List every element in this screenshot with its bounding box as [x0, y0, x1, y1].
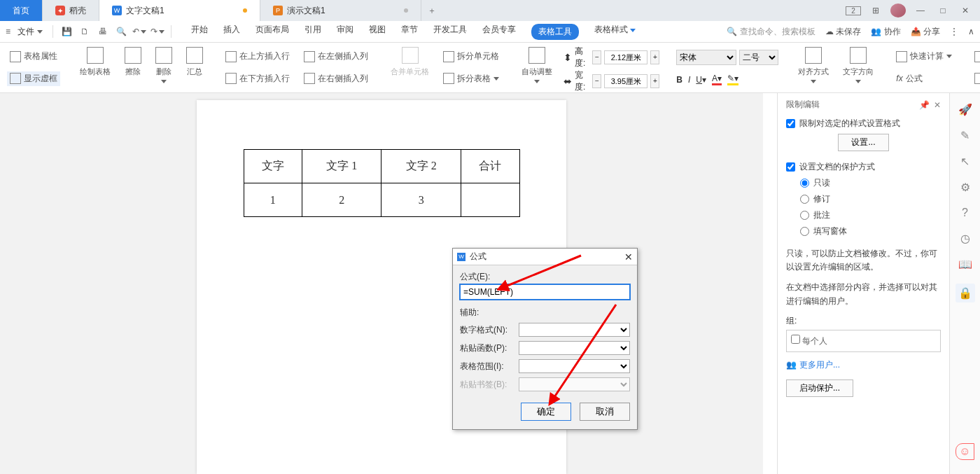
insert-col-right-button[interactable]: 在右侧插入列: [301, 71, 371, 86]
table-cell[interactable]: [461, 183, 519, 217]
title-row-button[interactable]: 标题行重: [972, 49, 980, 64]
show-frame-button[interactable]: 显示虚框: [7, 71, 60, 86]
quick-calc-button[interactable]: 快速计算: [893, 49, 955, 64]
menu-member[interactable]: 会员专享: [482, 24, 516, 40]
preview-icon[interactable]: 🔍: [113, 24, 129, 39]
font-color-button[interactable]: A▾: [712, 74, 722, 85]
unsaved-status[interactable]: ☁ 未保存: [825, 26, 861, 38]
convert-button[interactable]: 转换成: [972, 71, 980, 86]
protect-mode-checkbox[interactable]: 设置文档的保护方式: [786, 161, 941, 173]
dialog-close-button[interactable]: ✕: [624, 251, 633, 263]
menu-layout[interactable]: 页面布局: [255, 24, 289, 40]
menu-dev[interactable]: 开发工具: [433, 24, 467, 40]
coop-button[interactable]: 👥 协作: [871, 26, 900, 38]
radio-comment[interactable]: 批注: [800, 209, 941, 221]
insert-row-above-button[interactable]: 在上方插入行: [223, 49, 293, 64]
document-area[interactable]: 文字 文字 1 文字 2 合计 1 2 3: [0, 93, 763, 474]
text-dir-button[interactable]: 文字方向: [839, 46, 878, 90]
share-button[interactable]: 📤 分享: [911, 26, 940, 38]
more-icon[interactable]: ⋮: [950, 27, 958, 36]
sum-button[interactable]: 汇总: [182, 46, 207, 90]
underline-button[interactable]: U▾: [696, 75, 706, 85]
table-cell[interactable]: 3: [382, 183, 461, 217]
delete-button[interactable]: 删除: [151, 46, 176, 90]
tab-pres1[interactable]: P 演示文稿1: [260, 0, 421, 21]
save-icon[interactable]: 💾: [59, 24, 74, 39]
height-input[interactable]: [604, 50, 648, 64]
autofit-button[interactable]: 自动调整: [517, 46, 556, 90]
radio-track[interactable]: 修订: [800, 193, 941, 205]
align-button[interactable]: 对齐方式: [794, 46, 833, 90]
italic-button[interactable]: I: [688, 75, 690, 85]
font-size-select[interactable]: 二号: [739, 50, 778, 65]
paste-fn-select[interactable]: [519, 341, 630, 355]
document-table[interactable]: 文字 文字 1 文字 2 合计 1 2 3: [244, 149, 520, 217]
apps-icon[interactable]: ⊞: [868, 6, 883, 15]
start-protect-button[interactable]: 启动保护...: [786, 379, 853, 397]
menu-start[interactable]: 开始: [191, 24, 208, 40]
font-select[interactable]: 宋体: [676, 50, 736, 65]
width-dec[interactable]: −: [592, 74, 601, 88]
more-users-link[interactable]: 👥更多用户...: [786, 359, 941, 371]
menu-review[interactable]: 审阅: [337, 24, 354, 40]
print-icon[interactable]: 🖶: [95, 24, 111, 39]
insert-row-below-button[interactable]: 在下方插入行: [223, 71, 293, 86]
maximize-button[interactable]: □: [935, 6, 951, 15]
table-cell[interactable]: 2: [302, 183, 382, 217]
table-cell[interactable]: 1: [244, 183, 302, 217]
lock-icon[interactable]: 🔒: [955, 284, 975, 302]
menu-table-style[interactable]: 表格样式: [594, 24, 636, 40]
group-box[interactable]: 每个人: [786, 330, 941, 352]
book-icon[interactable]: 📖: [958, 258, 972, 271]
table-cell[interactable]: 文字: [244, 150, 302, 183]
file-menu[interactable]: 文件: [13, 26, 47, 38]
menu-table-tool[interactable]: 表格工具: [531, 24, 579, 40]
bold-button[interactable]: B: [676, 75, 682, 85]
sliders-icon[interactable]: ⚙: [960, 181, 970, 194]
window-count-badge[interactable]: 2: [846, 6, 861, 15]
radio-readonly[interactable]: 只读: [800, 177, 941, 189]
emoji-icon[interactable]: ☺: [955, 443, 974, 460]
menu-chapter[interactable]: 章节: [401, 24, 418, 40]
rocket-icon[interactable]: 🚀: [958, 103, 972, 116]
avatar[interactable]: [890, 4, 906, 18]
formula-input[interactable]: [460, 284, 630, 300]
width-inc[interactable]: +: [650, 74, 659, 88]
redo-button[interactable]: ↷: [150, 24, 165, 39]
pin-icon[interactable]: 📌: [919, 100, 930, 110]
settings-button[interactable]: 设置...: [838, 134, 888, 151]
panel-close-icon[interactable]: ✕: [934, 100, 941, 110]
tab-doc1[interactable]: W 文字文稿1: [99, 0, 260, 21]
ok-button[interactable]: 确定: [521, 403, 571, 421]
tab-docke[interactable]: ✦ 稻壳: [43, 0, 99, 21]
search-input[interactable]: 🔍 查找命令、搜索模板: [727, 26, 816, 38]
table-cell[interactable]: 文字 1: [302, 150, 382, 183]
menu-ref[interactable]: 引用: [304, 24, 321, 40]
undo-button[interactable]: ↶: [132, 24, 147, 39]
menu-icon[interactable]: ≡: [6, 27, 10, 36]
split-table-button[interactable]: 拆分表格: [440, 71, 502, 86]
menu-view[interactable]: 视图: [369, 24, 386, 40]
table-cell[interactable]: 文字 2: [382, 150, 461, 183]
clock-icon[interactable]: ◷: [960, 232, 970, 245]
pen-icon[interactable]: ✎: [960, 129, 969, 142]
tab-home[interactable]: 首页: [0, 0, 43, 21]
help-icon[interactable]: ?: [962, 207, 968, 219]
formula-button[interactable]: fx 公式: [893, 71, 955, 86]
draw-table-button[interactable]: 绘制表格: [76, 46, 115, 90]
width-input[interactable]: [604, 74, 648, 88]
close-button[interactable]: ✕: [958, 6, 973, 15]
menu-insert[interactable]: 插入: [223, 24, 240, 40]
height-inc[interactable]: +: [650, 50, 659, 64]
print-preview-icon[interactable]: 🗋: [77, 24, 92, 39]
table-cell[interactable]: 合计: [461, 150, 519, 183]
numfmt-select[interactable]: [519, 323, 630, 337]
minimize-button[interactable]: —: [913, 6, 928, 15]
table-range-select[interactable]: [519, 359, 630, 373]
cursor-icon[interactable]: ↖: [960, 155, 969, 168]
cancel-button[interactable]: 取消: [580, 403, 630, 421]
insert-col-left-button[interactable]: 在左侧插入列: [301, 49, 371, 64]
collapse-ribbon-icon[interactable]: ∧: [968, 27, 974, 36]
erase-button[interactable]: 擦除: [120, 46, 146, 90]
split-cell-button[interactable]: 拆分单元格: [440, 49, 502, 64]
